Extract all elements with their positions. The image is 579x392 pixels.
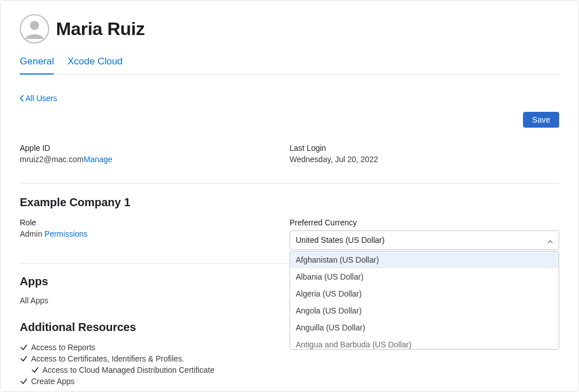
save-button[interactable]: Save <box>523 112 559 128</box>
apple-id-value: mruiz2@mac.com <box>20 155 84 164</box>
currency-dropdown: Afghanistan (US Dollar) Albania (US Doll… <box>290 251 559 350</box>
back-label: All Users <box>25 94 57 103</box>
resource-label: Create Apps <box>31 377 75 386</box>
page-title: Maria Ruiz <box>56 19 145 40</box>
role-value: Admin <box>20 229 42 238</box>
check-icon <box>20 377 28 385</box>
divider <box>20 183 559 184</box>
tab-xcode-cloud[interactable]: Xcode Cloud <box>67 54 122 74</box>
apple-id-label: Apple ID <box>20 143 290 153</box>
resource-item: Access to Certificates, Identifiers & Pr… <box>20 353 559 364</box>
back-all-users[interactable]: All Users <box>20 94 57 103</box>
chevron-left-icon <box>20 95 24 102</box>
check-icon <box>31 366 39 374</box>
currency-select[interactable]: United States (US Dollar) <box>290 230 559 250</box>
role-label: Role <box>20 218 290 227</box>
tab-general[interactable]: General <box>20 54 54 74</box>
company-title: Example Company 1 <box>20 196 559 209</box>
check-icon <box>20 355 28 363</box>
resource-item: Create Apps <box>20 376 559 387</box>
currency-label: Preferred Currency <box>290 218 559 227</box>
currency-option[interactable]: Anguilla (US Dollar) <box>290 319 559 336</box>
currency-selected-value: United States (US Dollar) <box>296 236 384 245</box>
manage-link[interactable]: Manage <box>84 155 113 164</box>
currency-option[interactable]: Afghanistan (US Dollar) <box>290 251 559 268</box>
currency-option[interactable]: Algeria (US Dollar) <box>290 285 559 302</box>
resource-label: Access to Reports <box>31 343 96 352</box>
caret-up-icon <box>547 237 553 243</box>
last-login-value: Wednesday, Jul 20, 2022 <box>290 155 559 164</box>
currency-option[interactable]: Angola (US Dollar) <box>290 302 559 319</box>
avatar <box>20 14 49 43</box>
tab-bar: General Xcode Cloud <box>20 54 559 75</box>
currency-option[interactable]: Antigua and Barbuda (US Dollar) <box>290 336 559 349</box>
last-login-label: Last Login <box>290 143 559 153</box>
permissions-link[interactable]: Permissions <box>45 229 88 238</box>
svg-point-1 <box>30 21 39 30</box>
resource-item: Access to Cloud Managed Distribution Cer… <box>20 364 559 376</box>
check-icon <box>20 343 28 351</box>
currency-option[interactable]: Albania (US Dollar) <box>290 268 559 285</box>
resource-label: Access to Cloud Managed Distribution Cer… <box>42 365 214 374</box>
resource-label: Access to Certificates, Identifiers & Pr… <box>31 354 184 363</box>
